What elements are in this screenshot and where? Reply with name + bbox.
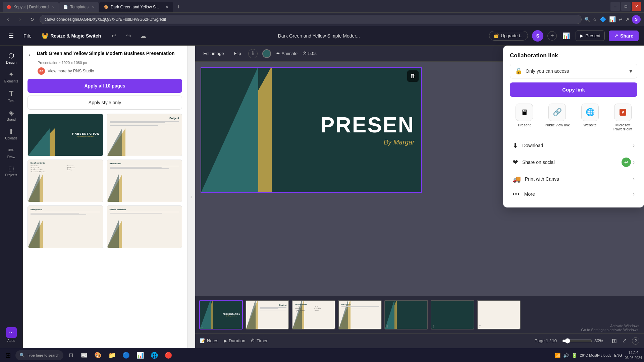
star-bookmark-icon[interactable]: ☆ — [593, 17, 597, 22]
windows-start-btn[interactable]: ⊞ — [2, 349, 14, 361]
thumb-presentation[interactable]: PRESENTATION By Margarita Parez — [28, 114, 103, 156]
sidebar-item-uploads[interactable]: ⬆ Uploads — [0, 125, 22, 143]
grid-view-btn[interactable]: ⊞ — [612, 337, 617, 345]
animate-btn[interactable]: ✦ Animate — [276, 50, 298, 57]
windows-search[interactable]: 🔍 Type here to search — [15, 350, 63, 360]
share-btn[interactable]: ↗ Share — [609, 31, 639, 41]
wifi-icon[interactable]: 📶 — [555, 353, 560, 358]
tab-1[interactable]: 🔴 Kopyst | Dashboard ✕ — [3, 2, 59, 12]
presentation-slide[interactable]: PRESEN By Margar 🗑 — [201, 67, 422, 193]
resize-magic-btn[interactable]: 👑 Resize & Magic Switch — [38, 31, 104, 41]
fullscreen-btn[interactable]: ⤢ — [622, 338, 627, 344]
add-collaborator-btn[interactable]: + — [547, 31, 557, 41]
sidebar-item-draw[interactable]: ✏ Draw — [0, 143, 22, 162]
taskbar-app-2[interactable]: 📁 — [106, 349, 118, 361]
taskbar-app-6[interactable]: 🔴 — [162, 349, 175, 361]
file-menu-btn[interactable]: File — [21, 32, 34, 40]
taskbar-app-4[interactable]: 📊 — [134, 349, 147, 361]
clock-display[interactable]: 11:14 06-08-2024 — [625, 350, 642, 360]
edit-image-btn[interactable]: Edit image — [201, 50, 226, 57]
thumb-toc[interactable]: list of contents • Introduction • Backgr… — [28, 160, 103, 202]
browser-minimize[interactable]: – — [610, 2, 620, 11]
share-browser-icon[interactable]: ↗ — [625, 17, 629, 22]
filmstrip-slide-1[interactable]: PRESENTATION By Margarita Parez 1 — [199, 300, 243, 329]
profile-circle[interactable]: S — [632, 15, 641, 24]
new-tab-btn[interactable]: + — [174, 2, 183, 12]
apply-all-btn[interactable]: Apply all 10 pages — [28, 79, 182, 93]
tab-3-close[interactable]: ✕ — [166, 5, 168, 9]
delete-slide-btn[interactable]: 🗑 — [407, 70, 419, 82]
filmstrip-slide-7[interactable]: 7 — [477, 300, 521, 329]
extension-2-icon[interactable]: 📊 — [609, 16, 616, 22]
collapse-panel-handle[interactable]: ‹ — [187, 46, 195, 348]
author-link[interactable]: View more by RNS Studio — [48, 69, 94, 73]
sidebar-item-elements[interactable]: ✦ Elements — [0, 68, 22, 86]
notes-btn[interactable]: 📝 Notes — [200, 338, 218, 343]
thumb-subject[interactable]: Subject — [107, 114, 182, 156]
filmstrip-slide-4[interactable]: Introduction 4 — [338, 300, 382, 329]
history-back-icon[interactable]: ↩ — [619, 17, 623, 22]
sidebar-item-brand[interactable]: ◈ Brand — [0, 106, 22, 124]
duration-btn[interactable]: ⏱ 5.0s — [302, 51, 317, 56]
tab-3[interactable]: 🎨 Dark Green and Yellow Simple ... ✕ — [99, 2, 173, 12]
forward-nav-btn[interactable]: › — [15, 15, 25, 24]
flip-btn[interactable]: Flip — [231, 50, 244, 57]
social-menu-item[interactable]: ❤ Share on social ↩ › — [510, 154, 637, 171]
print-menu-item[interactable]: 🚚 Print with Canva › — [510, 171, 637, 187]
sidebar-item-text[interactable]: T Text — [0, 86, 22, 105]
tab-2[interactable]: 📄 Templates ✕ — [59, 2, 99, 12]
extension-1-icon[interactable]: 🔷 — [600, 16, 606, 22]
thumb-problem[interactable]: Problem formulation — [107, 205, 182, 248]
volume-icon[interactable]: 🔊 — [563, 353, 569, 358]
zoom-slider[interactable] — [562, 338, 592, 344]
filmstrip-num-4: 4 — [340, 325, 342, 328]
panel-back-btn[interactable]: ← — [28, 51, 34, 59]
battery-icon[interactable]: 🔋 — [572, 353, 577, 358]
zoom-icon[interactable]: 🔍 — [584, 17, 590, 22]
taskbar-app-1[interactable]: 🎨 — [92, 349, 104, 361]
tab-1-close[interactable]: ✕ — [52, 5, 55, 9]
widgets-btn[interactable]: 📰 — [78, 349, 90, 361]
browser-close[interactable]: ✕ — [632, 2, 641, 11]
filmstrip-slide-3[interactable]: list of contents • Introduction • Backgr… — [292, 300, 335, 329]
reload-btn[interactable]: ↻ — [28, 15, 37, 24]
taskbar-app-5[interactable]: 🌐 — [148, 349, 161, 361]
sidebar-item-design[interactable]: ⬡ Design — [0, 49, 22, 67]
analytics-btn[interactable]: 📊 — [561, 31, 572, 41]
filmstrip-slide-6[interactable]: 6 — [431, 300, 474, 329]
task-view-btn[interactable]: ⊡ — [65, 349, 77, 361]
browser-maximize[interactable]: □ — [621, 2, 631, 11]
help-btn[interactable]: ? — [632, 337, 639, 345]
undo-btn[interactable]: ↩ — [108, 31, 119, 41]
copy-link-btn[interactable]: Copy link — [510, 82, 637, 97]
tab-2-close[interactable]: ✕ — [92, 5, 95, 9]
apply-style-btn[interactable]: Apply style only — [28, 96, 182, 110]
sidebar-item-projects[interactable]: ⬚ Projects — [0, 162, 22, 180]
present-btn[interactable]: ▶ Present — [576, 31, 605, 41]
public-view-label: Public view link — [545, 123, 570, 127]
timer-btn[interactable]: ⏱ Timer — [251, 338, 268, 343]
access-dropdown[interactable]: 🔒 Only you can access ▾ — [510, 64, 637, 78]
filmstrip-slide-2[interactable]: Subject 2 — [246, 300, 289, 329]
hamburger-menu-btn[interactable]: ☰ — [5, 30, 17, 42]
filmstrip-slide-5[interactable]: 5 — [384, 300, 428, 329]
share-option-powerpoint[interactable]: P Microsoft PowerPoint — [608, 104, 637, 131]
share-option-present[interactable]: 🖥 Present — [510, 104, 539, 131]
cloud-save-btn[interactable]: ☁ — [138, 31, 149, 41]
back-nav-btn[interactable]: ‹ — [3, 15, 13, 24]
taskbar-app-3[interactable]: 🔵 — [120, 349, 132, 361]
color-picker-btn[interactable] — [262, 49, 271, 58]
thumb-background[interactable]: Background — [28, 205, 103, 248]
info-btn[interactable]: ℹ — [248, 49, 258, 58]
duration-bottom-btn[interactable]: ▶ Duration — [224, 338, 245, 343]
download-menu-item[interactable]: ⬇ Download › — [510, 138, 637, 153]
address-input[interactable] — [40, 15, 582, 24]
more-menu-item[interactable]: ••• More › — [510, 187, 637, 201]
sidebar-item-apps[interactable]: ⋯ Apps — [0, 325, 22, 345]
share-option-public-view[interactable]: 🔗 Public view link — [543, 104, 572, 131]
user-avatar[interactable]: S — [532, 30, 543, 42]
share-option-website[interactable]: 🌐 Website — [576, 104, 604, 131]
redo-btn[interactable]: ↪ — [123, 31, 134, 41]
upgrade-btn[interactable]: 👑 Upgrade t... — [489, 31, 528, 41]
thumb-introduction[interactable]: Introduction — [107, 160, 182, 202]
